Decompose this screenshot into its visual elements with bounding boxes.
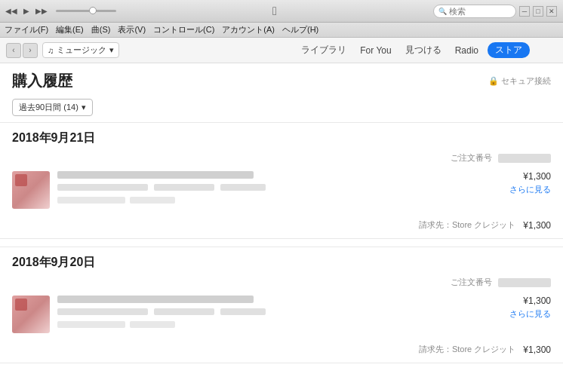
tab-for-you[interactable]: For You (355, 44, 395, 57)
item-more-link-2[interactable]: さらに見る (509, 308, 551, 320)
item-detail-blur-1a (57, 184, 148, 191)
menu-file[interactable]: ファイル(F) (5, 24, 48, 35)
page-title: 購入履歴 (12, 71, 72, 91)
minimize-button[interactable]: ─ (519, 6, 530, 17)
title-bar-right: 🔍 ─ □ ✕ (433, 5, 557, 18)
title-bar-center:  (272, 5, 277, 18)
menu-edit[interactable]: 編集(E) (56, 24, 84, 35)
menu-bar: ファイル(F) 編集(E) 曲(S) 表示(V) コントロール(C) アカウント… (0, 23, 563, 38)
tab-discover[interactable]: 見つける (401, 42, 446, 58)
date-heading-2: 2018年9月20日 (12, 255, 551, 271)
music-selector-label: ミュージック (57, 44, 106, 56)
next-track-button[interactable]: ▶▶ (36, 6, 47, 17)
item-meta-blur-2b (130, 321, 175, 328)
secure-label: セキュア接続 (501, 75, 551, 87)
order-row-2: ご注文番号 (12, 275, 551, 289)
music-note-icon: ♫ (48, 46, 54, 55)
order-number-1 (498, 154, 551, 163)
volume-slider[interactable] (56, 10, 116, 12)
billing-amount-2: ¥1,300 (523, 345, 551, 355)
tab-radio[interactable]: Radio (451, 44, 483, 57)
item-detail-blur-2b (154, 308, 214, 315)
item-detail-blur-1c (220, 184, 266, 191)
menu-view[interactable]: 表示(V) (118, 24, 146, 35)
tab-store[interactable]: ストア (488, 42, 530, 58)
date-section-2: 2018年9月20日 ご注文番号 (0, 247, 563, 339)
apple-logo-icon:  (272, 5, 277, 18)
date-heading-1: 2018年9月21日 (12, 130, 551, 146)
nav-back-button[interactable]: ‹ (6, 43, 21, 58)
item-details-2 (57, 296, 483, 328)
item-thumbnail-1 (12, 171, 50, 209)
nav-forward-button[interactable]: › (23, 43, 38, 58)
menu-account[interactable]: アカウント(A) (222, 24, 275, 35)
secure-connection: 🔒 セキュア接続 (488, 75, 551, 87)
search-input[interactable] (449, 7, 509, 16)
purchase-item-1: ¥1,300 さらに見る (12, 165, 551, 215)
filter-label: 過去90日間 (14) (19, 102, 78, 113)
item-title-blur-1 (57, 171, 254, 179)
billing-label-2: 請求先：Store クレジット (419, 344, 515, 355)
item-detail-blur-1b (154, 184, 214, 191)
item-price-col-1: ¥1,300 さらに見る (491, 171, 551, 195)
item-meta-blur-1b (130, 197, 175, 204)
item-title-blur-2 (57, 296, 254, 303)
lock-icon: 🔒 (488, 76, 499, 86)
item-thumbnail-2 (12, 296, 50, 333)
purchase-item-2: ¥1,300 さらに見る (12, 289, 551, 339)
item-meta-blur-1a (57, 197, 125, 204)
menu-song[interactable]: 曲(S) (91, 24, 111, 35)
filter-dropdown[interactable]: 過去90日間 (14) ▾ (12, 99, 93, 116)
nav-tabs: ライブラリ For You 見つける Radio ストア (297, 42, 530, 58)
item-details-1 (57, 171, 483, 204)
order-number-2 (498, 278, 551, 287)
item-detail-blur-2c (220, 308, 266, 315)
nav-arrows: ‹ › (6, 43, 38, 58)
chevron-down-icon: ▾ (109, 45, 114, 55)
content-area[interactable]: 購入履歴 🔒 セキュア接続 過去90日間 (14) ▾ 2018年9月21日 ご… (0, 63, 563, 392)
filter-bar: 過去90日間 (14) ▾ (0, 96, 563, 122)
order-row-1: ご注文番号 (12, 151, 551, 165)
billing-amount-1: ¥1,300 (523, 220, 551, 231)
search-box[interactable]: 🔍 (433, 5, 516, 18)
billing-row-2: 請求先：Store クレジット ¥1,300 (0, 339, 563, 363)
order-label-1: ご注文番号 (451, 152, 492, 164)
play-button[interactable]: ▶ (21, 6, 32, 17)
music-selector[interactable]: ♫ ミュージック ▾ (42, 42, 119, 58)
item-meta-blur-2a (57, 321, 125, 328)
title-bar: ◀◀ ▶ ▶▶  🔍 ─ □ ✕ (0, 0, 563, 23)
slider-thumb[interactable] (89, 7, 97, 14)
maximize-button[interactable]: □ (533, 6, 543, 17)
menu-help[interactable]: ヘルプ(H) (282, 24, 318, 35)
close-button[interactable]: ✕ (546, 6, 557, 17)
billing-label-1: 請求先：Store クレジット (419, 219, 515, 231)
prev-track-button[interactable]: ◀◀ (6, 6, 17, 17)
item-price-1: ¥1,300 (523, 171, 551, 182)
page-header: 購入履歴 🔒 セキュア接続 (0, 63, 563, 96)
item-more-link-1[interactable]: さらに見る (509, 184, 551, 195)
search-icon: 🔍 (438, 8, 447, 15)
content-inner: 購入履歴 🔒 セキュア接続 過去90日間 (14) ▾ 2018年9月21日 ご… (0, 63, 563, 363)
date-section-1: 2018年9月21日 ご注文番号 (0, 122, 563, 215)
item-price-col-2: ¥1,300 さらに見る (491, 296, 551, 320)
chevron-down-icon: ▾ (82, 103, 86, 112)
title-bar-left: ◀◀ ▶ ▶▶ (6, 6, 116, 17)
item-detail-blur-2a (57, 308, 148, 315)
order-label-2: ご注文番号 (451, 277, 492, 288)
nav-bar: ‹ › ♫ ミュージック ▾ ライブラリ For You 見つける Radio … (0, 38, 563, 63)
billing-row-1: 請求先：Store クレジット ¥1,300 (0, 215, 563, 239)
tab-library[interactable]: ライブラリ (297, 42, 351, 58)
item-price-2: ¥1,300 (523, 296, 551, 306)
menu-controls[interactable]: コントロール(C) (153, 24, 214, 35)
